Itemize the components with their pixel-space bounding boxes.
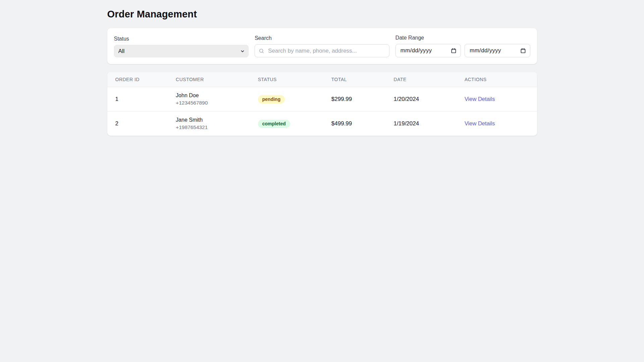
status-label: Status <box>114 36 249 42</box>
page-container: Order Management Status All Search <box>107 0 537 136</box>
table-row: 2 Jane Smith +1987654321 completed $499.… <box>107 112 537 136</box>
date-range-filter-group: Date Range mm/dd/yyyy mm/dd/yyyy <box>395 35 530 57</box>
view-details-link[interactable]: View Details <box>465 96 495 102</box>
total-cell: $299.99 <box>323 87 386 112</box>
search-label: Search <box>255 35 389 41</box>
orders-table: ORDER ID CUSTOMER STATUS TOTAL DATE ACTI… <box>107 72 537 136</box>
date-input-end[interactable]: mm/dd/yyyy <box>465 44 530 57</box>
search-input[interactable] <box>255 44 389 57</box>
customer-name: John Doe <box>176 92 246 99</box>
search-icon <box>259 48 264 54</box>
orders-table-card: ORDER ID CUSTOMER STATUS TOTAL DATE ACTI… <box>107 72 537 136</box>
status-filter-group: Status All <box>114 36 249 57</box>
actions-cell: View Details <box>457 112 537 136</box>
date-cell: 1/19/2024 <box>386 112 457 136</box>
date-cell: 1/20/2024 <box>386 87 457 112</box>
customer-cell: Jane Smith +1987654321 <box>168 112 250 136</box>
column-header-customer: CUSTOMER <box>168 72 250 87</box>
date-end-placeholder: mm/dd/yyyy <box>470 47 501 54</box>
page-title: Order Management <box>107 9 537 20</box>
column-header-date: DATE <box>386 72 457 87</box>
column-header-total: TOTAL <box>323 72 386 87</box>
search-filter-group: Search <box>255 35 389 57</box>
date-input-start[interactable]: mm/dd/yyyy <box>395 44 461 57</box>
table-row: 1 John Doe +1234567890 pending $299.99 1… <box>107 87 537 112</box>
date-range-label: Date Range <box>395 35 530 41</box>
status-cell: completed <box>250 112 323 136</box>
calendar-icon[interactable] <box>520 48 526 54</box>
calendar-icon[interactable] <box>451 48 457 54</box>
customer-name: Jane Smith <box>176 117 246 123</box>
date-range-inputs: mm/dd/yyyy mm/dd/yyyy <box>395 44 530 57</box>
order-id-cell: 1 <box>107 87 168 112</box>
column-header-status: STATUS <box>250 72 323 87</box>
customer-phone: +1987654321 <box>176 124 246 131</box>
search-input-wrap <box>255 44 389 57</box>
total-cell: $499.99 <box>323 112 386 136</box>
status-badge: pending <box>258 95 285 104</box>
table-header-row: ORDER ID CUSTOMER STATUS TOTAL DATE ACTI… <box>107 72 537 87</box>
status-select[interactable]: All <box>114 45 249 57</box>
customer-phone: +1234567890 <box>176 100 246 106</box>
column-header-order-id: ORDER ID <box>107 72 168 87</box>
date-start-placeholder: mm/dd/yyyy <box>400 47 432 54</box>
column-header-actions: ACTIONS <box>457 72 537 87</box>
status-cell: pending <box>250 87 323 112</box>
filter-bar: Status All Search Date Range <box>107 28 537 64</box>
status-select-wrap: All <box>114 45 249 57</box>
order-id-cell: 2 <box>107 112 168 136</box>
customer-cell: John Doe +1234567890 <box>168 87 250 112</box>
actions-cell: View Details <box>457 87 537 112</box>
view-details-link[interactable]: View Details <box>465 120 495 126</box>
status-badge: completed <box>258 120 290 128</box>
